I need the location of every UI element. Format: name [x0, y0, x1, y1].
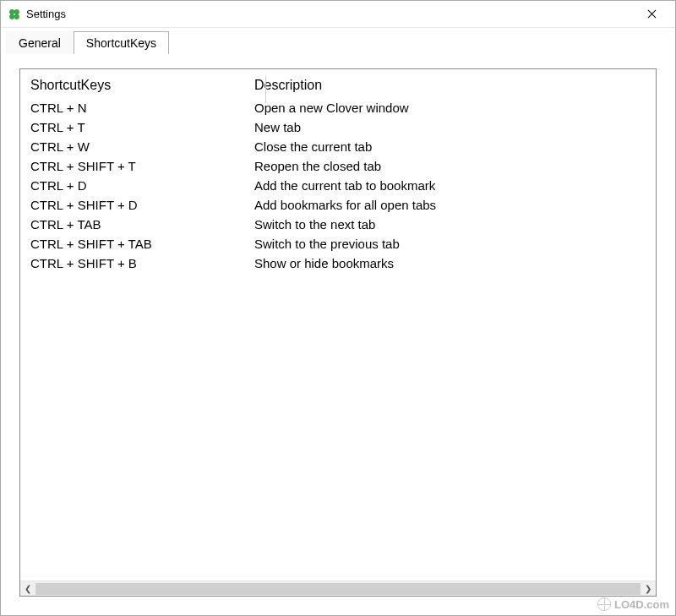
svg-point-2 [9, 14, 14, 19]
shortcut-desc: Reopen the closed tab [246, 159, 646, 173]
shortcut-key: CTRL + SHIFT + T [30, 159, 246, 173]
table-row[interactable]: CTRL + SHIFT + D Add bookmarks for all o… [30, 195, 646, 215]
svg-point-1 [14, 9, 19, 14]
tab-shortcutkeys[interactable]: ShortcutKeys [74, 31, 169, 54]
content-area: ShortcutKeys Description CTRL + N Open a… [1, 53, 675, 615]
shortcut-desc: Open a new Clover window [246, 101, 646, 115]
shortcut-desc: Add bookmarks for all open tabs [246, 198, 646, 212]
header-description[interactable]: Description [246, 78, 646, 93]
header-shortcutkeys[interactable]: ShortcutKeys [30, 78, 246, 93]
shortcut-desc: New tab [246, 120, 646, 134]
shortcut-key: CTRL + SHIFT + TAB [30, 237, 246, 251]
table-row[interactable]: CTRL + SHIFT + TAB Switch to the previou… [30, 234, 646, 253]
scroll-thumb[interactable] [35, 583, 641, 595]
shortcut-key: CTRL + SHIFT + D [30, 198, 246, 212]
shortcut-key: CTRL + N [30, 101, 246, 115]
svg-point-0 [9, 9, 14, 14]
shortcut-desc: Switch to the previous tab [246, 237, 646, 251]
clover-icon [8, 8, 21, 21]
shortcut-key: CTRL + T [30, 120, 246, 134]
shortcut-key: CTRL + D [30, 178, 246, 193]
column-divider[interactable] [265, 76, 266, 103]
scroll-track[interactable] [35, 583, 641, 595]
shortcut-desc: Add the current tab to bookmark [246, 178, 646, 193]
tab-general[interactable]: General [6, 31, 74, 54]
horizontal-scrollbar[interactable]: ❮ ❯ [20, 581, 656, 596]
table-header: ShortcutKeys Description [20, 69, 656, 96]
table-row[interactable]: CTRL + T New tab [30, 117, 646, 137]
table-row[interactable]: CTRL + TAB Switch to the next tab [30, 215, 646, 234]
titlebar: Settings [1, 1, 675, 28]
shortcut-key: CTRL + SHIFT + B [30, 256, 246, 270]
table-row[interactable]: CTRL + N Open a new Clover window [30, 98, 646, 117]
table-row[interactable]: CTRL + SHIFT + B Show or hide bookmarks [30, 253, 646, 273]
table-row[interactable]: CTRL + D Add the current tab to bookmark [30, 176, 646, 195]
window-title: Settings [26, 8, 635, 20]
close-button[interactable] [635, 3, 668, 26]
shortcut-key: CTRL + W [30, 139, 246, 154]
shortcut-desc: Close the current tab [246, 139, 646, 154]
scroll-right-icon[interactable]: ❯ [641, 581, 656, 597]
table-body: CTRL + N Open a new Clover window CTRL +… [20, 96, 656, 581]
table-row[interactable]: CTRL + SHIFT + T Reopen the closed tab [30, 156, 646, 176]
settings-window: Settings General ShortcutKeys ShortcutKe… [0, 0, 676, 616]
tabstrip: General ShortcutKeys [1, 28, 675, 53]
scroll-left-icon[interactable]: ❮ [20, 581, 35, 597]
shortcut-desc: Switch to the next tab [246, 217, 646, 232]
shortcut-key: CTRL + TAB [30, 217, 246, 232]
shortcut-panel: ShortcutKeys Description CTRL + N Open a… [19, 68, 657, 597]
shortcut-desc: Show or hide bookmarks [246, 256, 646, 270]
svg-point-3 [14, 14, 19, 19]
table-row[interactable]: CTRL + W Close the current tab [30, 137, 646, 156]
